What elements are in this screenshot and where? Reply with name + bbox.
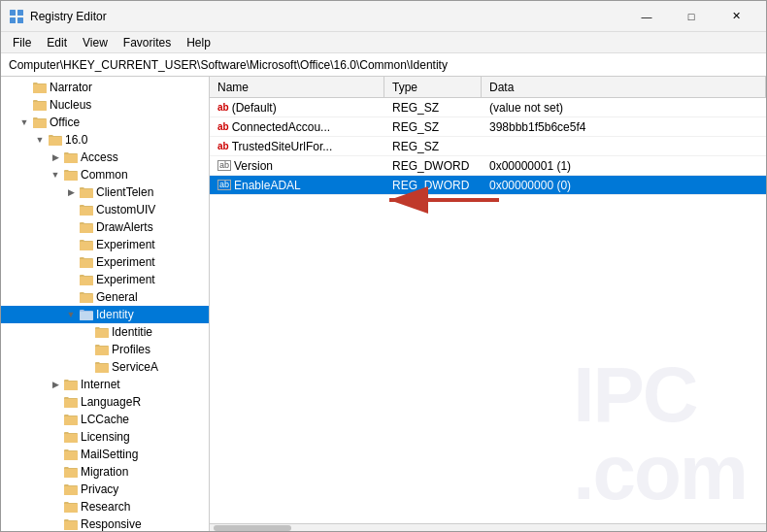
main-content: Narrator Nucleus ▼ Office [1,77,766,531]
menu-edit[interactable]: Edit [39,34,75,50]
table-row[interactable]: ab ConnectedAccou... REG_SZ 398bbb1f5b6c… [210,117,766,137]
table-row[interactable]: ab TrustedSiteUrlFor... REG_SZ [210,137,766,156]
address-path: Computer\HKEY_CURRENT_USER\Software\Micr… [9,58,448,72]
menu-view[interactable]: View [75,34,116,50]
table-header: Name Type Data [210,77,766,98]
node-label-languager: LanguageR [81,395,141,409]
window-title: Registry Editor [30,10,624,23]
tree-node-clienttelen[interactable]: ▶ ClientTelen [1,183,209,201]
table-row[interactable]: ab Version REG_DWORD 0x00000001 (1) [210,156,766,176]
reg-dword-icon: ab [217,160,231,171]
close-button[interactable]: ✕ [714,1,758,32]
node-label-licensing: Licensing [81,430,130,444]
tree-node-lccache[interactable]: LCCache [1,411,209,428]
node-label-drawalerts: DrawAlerts [96,220,153,234]
node-label-experiment3: Experiment [96,273,155,286]
folder-icon [63,394,79,410]
reg-sz-icon: ab [217,121,229,132]
tree-node-servicea[interactable]: ServiceA [1,358,209,376]
title-bar: Registry Editor — □ ✕ [1,1,766,32]
expand-internet[interactable]: ▶ [48,380,63,389]
reg-sz-icon: ab [217,102,229,113]
cell-name-version: ab Version [210,156,384,175]
col-header-data[interactable]: Data [482,77,766,97]
minimize-button[interactable]: — [624,1,669,32]
col-header-type[interactable]: Type [384,77,482,97]
tree-node-migration[interactable]: Migration [1,463,209,481]
table-body: ab (Default) REG_SZ (value not set) ab C… [210,98,766,523]
tree-panel[interactable]: Narrator Nucleus ▼ Office [1,77,210,531]
folder-icon [94,359,110,375]
cell-type-trustedsiteurlfor: REG_SZ [384,137,482,155]
folder-icon [32,97,48,113]
menu-file[interactable]: File [5,34,39,50]
tree-node-access[interactable]: ▶ Access [1,149,209,166]
bottom-scrollbar[interactable] [210,523,766,531]
folder-icon [94,324,110,340]
node-label-privacy: Privacy [81,482,118,496]
node-label-16-0: 16.0 [65,133,87,147]
scroll-thumb[interactable] [214,525,291,531]
table-row[interactable]: ab (Default) REG_SZ (value not set) [210,98,766,117]
tree-node-identity[interactable]: ▼ Identity [1,306,209,323]
tree-node-languager[interactable]: LanguageR [1,393,209,411]
address-bar: Computer\HKEY_CURRENT_USER\Software\Micr… [1,53,766,77]
tree-node-general[interactable]: General [1,288,209,306]
expand-identity[interactable]: ▼ [63,310,79,319]
col-header-name[interactable]: Name [210,77,384,97]
tree-node-experiment2[interactable]: Experiment [1,253,209,271]
node-label-experiment2: Experiment [96,255,155,269]
tree-node-privacy[interactable]: Privacy [1,481,209,498]
tree-node-common[interactable]: ▼ Common [1,166,209,183]
right-panel: IPC .com Name Type Data [210,77,766,531]
tree-node-narrator[interactable]: Narrator [1,79,209,96]
expand-clienttelen[interactable]: ▶ [63,187,79,197]
tree-node-experiment3[interactable]: Experiment [1,271,209,288]
folder-icon [63,447,79,462]
cell-data-version: 0x00000001 (1) [482,156,766,175]
menu-help[interactable]: Help [179,34,218,50]
expand-office[interactable]: ▼ [17,117,32,127]
cell-data-trustedsiteurlfor [482,137,766,155]
folder-icon [63,412,79,427]
node-label-profiles: Profiles [112,343,150,356]
node-label-internet: Internet [81,378,120,391]
tree-node-research[interactable]: Research [1,498,209,515]
expand-16-0[interactable]: ▼ [32,135,48,145]
expand-access[interactable]: ▶ [48,152,63,162]
folder-icon [79,237,94,252]
node-label-customuiv: CustomUIV [96,203,155,216]
tree-node-experiment1[interactable]: Experiment [1,236,209,253]
cell-type-enableadal: REG_DWORD [384,176,482,194]
cell-type-default: REG_SZ [384,98,482,116]
node-label-common: Common [81,168,128,182]
expand-common[interactable]: ▼ [48,170,63,180]
folder-icon [63,516,79,531]
registry-editor-window: Registry Editor — □ ✕ File Edit View Fav… [0,0,767,532]
svg-rect-3 [17,17,23,23]
tree-node-responsive[interactable]: Responsive [1,515,209,531]
folder-icon [63,377,79,392]
tree-node-profiles[interactable]: Profiles [1,341,209,358]
node-label-lccache: LCCache [81,413,129,426]
maximize-button[interactable]: □ [669,1,714,32]
tree-node-internet[interactable]: ▶ Internet [1,376,209,393]
table-row[interactable]: ab EnableADAL REG_DWORD 0x00000000 (0) [210,176,766,195]
node-label-research: Research [81,500,130,514]
node-label-experiment1: Experiment [96,238,155,251]
node-label-narrator: Narrator [50,81,92,94]
tree-node-identities[interactable]: Identitie [1,323,209,341]
tree-node-licensing[interactable]: Licensing [1,428,209,446]
cell-data-default: (value not set) [482,98,766,116]
tree-node-mailsetting[interactable]: MailSetting [1,446,209,463]
tree-node-16-0[interactable]: ▼ 16.0 [1,131,209,149]
tree-node-drawalerts[interactable]: DrawAlerts [1,218,209,236]
menu-favorites[interactable]: Favorites [116,34,179,50]
svg-rect-1 [17,10,23,16]
tree-node-office[interactable]: ▼ Office [1,114,209,131]
node-label-nucleus: Nucleus [50,98,91,112]
tree-node-customuiv[interactable]: CustomUIV [1,201,209,218]
folder-icon [94,342,110,357]
folder-icon [63,150,79,165]
tree-node-nucleus[interactable]: Nucleus [1,96,209,114]
